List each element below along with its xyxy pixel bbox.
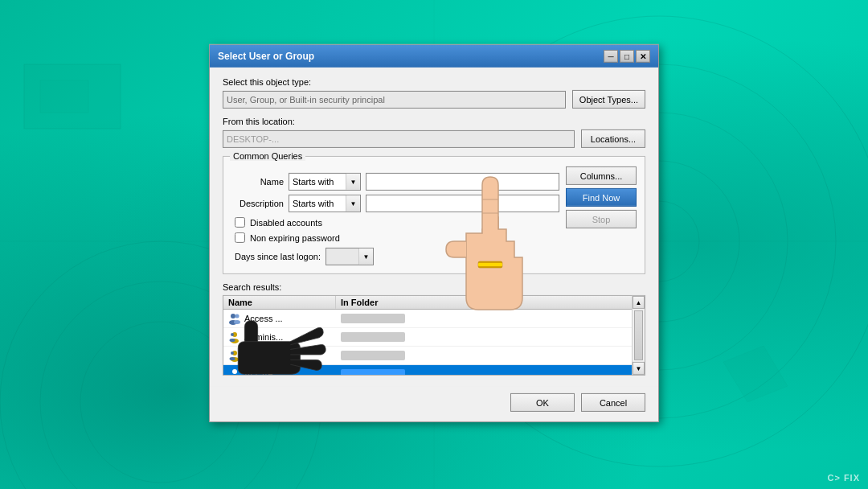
title-buttons: ─ □ ✕ — [604, 50, 650, 63]
results-scrollbar[interactable]: ▲ ▼ — [632, 296, 645, 375]
minimize-button[interactable]: ─ — [604, 50, 618, 63]
results-header: Name In Folder — [223, 296, 632, 310]
watermark: C> FIX — [827, 473, 860, 483]
location-row: Locations... — [223, 129, 645, 148]
scroll-up-button[interactable]: ▲ — [633, 296, 645, 309]
ok-button[interactable]: OK — [510, 393, 575, 412]
row4-folder-cell — [336, 368, 632, 375]
days-since-label: Days since last logon: — [235, 252, 321, 261]
row1-folder-cell — [336, 313, 632, 324]
desc-query-label: Description — [231, 199, 284, 208]
desc-query-input[interactable] — [366, 195, 559, 212]
svg-rect-11 — [40, 80, 88, 113]
non-expiring-label: Non expiring password — [250, 232, 340, 242]
desc-combo-arrow[interactable]: ▼ — [346, 195, 360, 212]
object-type-label: Select this object type: — [223, 77, 645, 87]
disabled-accounts-label: Disabled accounts — [250, 217, 322, 227]
row4-name-cell: ALL AR... — [223, 367, 336, 375]
name-starts-with-combo[interactable]: Starts with ▼ — [289, 173, 361, 191]
row2-name-cell: Adminis... — [223, 330, 336, 344]
query-buttons: Columns... Find Now Stop — [566, 166, 637, 265]
table-row[interactable]: Adminis... — [223, 328, 632, 347]
svg-point-15 — [235, 314, 240, 318]
dialog-container: Select User or Group ─ □ ✕ Select this o… — [209, 44, 659, 422]
user-admin2-icon — [228, 349, 241, 362]
row3-name-cell: Adminis... — [223, 348, 336, 363]
name-query-input[interactable] — [366, 173, 559, 191]
object-types-button[interactable]: Object Types... — [572, 90, 645, 109]
desc-query-row: Description Starts with ▼ — [231, 195, 559, 212]
cancel-button[interactable]: Cancel — [581, 393, 645, 412]
stop-button[interactable]: Stop — [566, 210, 637, 228]
row3-folder-cell — [336, 350, 632, 361]
dialog-body: Select this object type: Object Types...… — [210, 68, 658, 387]
blurred-folder — [341, 314, 405, 323]
svg-point-19 — [231, 333, 234, 336]
row2-folder-cell — [336, 331, 632, 343]
dialog-titlebar: Select User or Group ─ □ ✕ — [210, 45, 658, 68]
user-group-icon — [228, 312, 241, 325]
location-input[interactable] — [223, 129, 575, 147]
select-user-dialog: Select User or Group ─ □ ✕ Select this o… — [209, 44, 659, 422]
find-now-button[interactable]: Find Now — [566, 188, 637, 207]
svg-point-25 — [232, 369, 237, 374]
non-expiring-checkbox[interactable] — [235, 232, 245, 243]
svg-point-20 — [230, 339, 235, 342]
svg-point-23 — [231, 351, 234, 355]
row1-name-cell: Access ... — [223, 311, 336, 326]
close-button[interactable]: ✕ — [636, 50, 650, 63]
user-admin-icon — [228, 331, 241, 343]
object-type-row: Object Types... — [223, 90, 645, 109]
days-since-row: Days since last logon: ▼ — [235, 248, 559, 265]
desc-starts-with-combo[interactable]: Starts with ▼ — [289, 195, 361, 212]
queries-left: Name Starts with ▼ Description Starts — [231, 166, 559, 265]
dialog-title: Select User or Group — [218, 51, 314, 62]
svg-point-24 — [230, 357, 235, 360]
queries-layout: Name Starts with ▼ Description Starts — [231, 166, 637, 265]
name-query-row: Name Starts with ▼ — [231, 173, 559, 191]
svg-marker-12 — [723, 346, 788, 402]
user-special-icon — [228, 368, 241, 375]
name-query-label: Name — [231, 177, 284, 187]
table-row[interactable]: Access ... — [223, 310, 632, 328]
search-results-label: Search results: — [223, 282, 645, 292]
scroll-thumb[interactable] — [634, 310, 643, 360]
col-name-header: Name — [223, 296, 336, 309]
table-row[interactable]: ALL AR... — [223, 365, 632, 375]
location-label: From this location: — [223, 117, 645, 126]
desc-combo-text: Starts with — [289, 199, 346, 208]
columns-button[interactable]: Columns... — [566, 166, 637, 185]
common-queries-legend: Common Queries — [230, 151, 305, 161]
disabled-accounts-checkbox[interactable] — [235, 217, 245, 228]
object-type-input[interactable] — [223, 90, 566, 108]
locations-button[interactable]: Locations... — [581, 129, 645, 148]
disabled-accounts-row: Disabled accounts — [235, 217, 559, 228]
svg-point-16 — [234, 320, 240, 324]
name-combo-arrow[interactable]: ▼ — [346, 174, 360, 190]
results-container: Name In Folder — [223, 295, 645, 376]
table-row[interactable]: Adminis... — [223, 347, 632, 365]
svg-point-13 — [231, 314, 235, 318]
search-results-section: Search results: Name In Folder — [223, 282, 645, 376]
name-combo-text: Starts with — [289, 177, 346, 187]
common-queries-section: Common Queries Name Starts with ▼ — [223, 156, 645, 274]
scroll-down-button[interactable]: ▼ — [633, 362, 645, 375]
results-scroll-area: Name In Folder — [223, 296, 632, 375]
col-folder-header: In Folder — [336, 296, 632, 309]
maximize-button[interactable]: □ — [620, 50, 634, 63]
days-combo-arrow[interactable]: ▼ — [358, 249, 373, 265]
dialog-footer: OK Cancel — [210, 387, 658, 421]
days-combo[interactable]: ▼ — [326, 248, 374, 265]
non-expiring-row: Non expiring password — [235, 232, 559, 243]
